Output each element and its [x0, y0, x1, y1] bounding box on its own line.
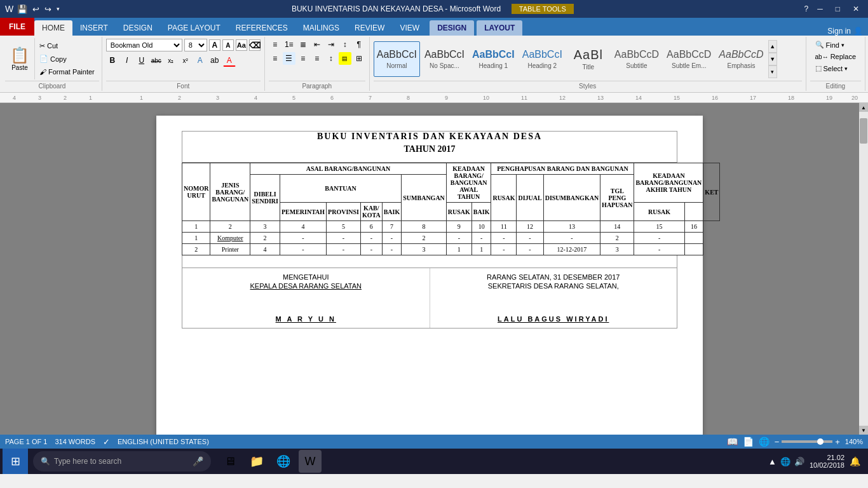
- redo-icon[interactable]: ↪: [43, 4, 53, 14]
- multilevel-button[interactable]: ≣: [297, 38, 309, 51]
- zoom-in-button[interactable]: +: [835, 437, 840, 447]
- tab-table-design[interactable]: DESIGN: [430, 20, 474, 36]
- tab-mailings[interactable]: MAILINGS: [295, 20, 347, 36]
- tab-home[interactable]: HOME: [34, 20, 72, 36]
- format-painter-button[interactable]: 🖌 Format Painter: [37, 67, 97, 76]
- scroll-thumb[interactable]: [860, 118, 867, 144]
- close-button[interactable]: ✕: [849, 4, 863, 13]
- vertical-scrollbar[interactable]: ▲ ▼: [859, 103, 868, 435]
- sign-in-link[interactable]: Sign in 👤: [827, 27, 868, 36]
- font-size-select[interactable]: 8: [184, 39, 207, 51]
- zoom-control: − + 140%: [775, 437, 863, 447]
- minimize-button[interactable]: ─: [813, 4, 827, 13]
- style-title-button[interactable]: AaBl Title: [567, 41, 610, 77]
- text-highlight-button[interactable]: ab: [208, 54, 221, 67]
- bullets-button[interactable]: ≡: [269, 38, 281, 51]
- status-bar: PAGE 1 OF 1 314 WORDS ✓ ENGLISH (UNITED …: [0, 435, 868, 449]
- tab-view[interactable]: VIEW: [392, 20, 427, 36]
- style-subtitle-button[interactable]: AaBbCcD Subtitle: [611, 41, 662, 77]
- tab-review[interactable]: REVIEW: [347, 20, 392, 36]
- document-main-area[interactable]: BUKU INVENTARIS DAN KEKAYAAN DESA TAHUN …: [0, 103, 859, 435]
- paragraph-group: ≡ 1≡ ≣ ⇤ ⇥ ↕ ¶ ≡ ☰ ≡ ≡ ↕ ▤ ⊞ Paragraph: [265, 37, 370, 91]
- font-color-button[interactable]: A: [223, 54, 236, 67]
- style-no-spacing-button[interactable]: AaBbCcI No Spac...: [421, 41, 468, 77]
- styles-group: AaBbCcI Normal AaBbCcI No Spac... AaBbCc…: [370, 37, 806, 91]
- font-family-select[interactable]: Bookman Old: [106, 39, 182, 51]
- styles-scroll-down[interactable]: ▼: [768, 53, 777, 65]
- cut-button[interactable]: ✂ Cut: [37, 41, 97, 51]
- font-shrink-button[interactable]: A: [222, 39, 234, 51]
- decrease-indent-button[interactable]: ⇤: [311, 38, 323, 51]
- task-view-button[interactable]: 🖥: [219, 450, 241, 473]
- chrome-button[interactable]: 🌐: [272, 450, 295, 473]
- justify-button[interactable]: ≡: [311, 52, 323, 65]
- bold-button[interactable]: B: [106, 54, 119, 67]
- subscript-button[interactable]: x₂: [165, 54, 177, 67]
- align-center-button[interactable]: ☰: [283, 52, 295, 65]
- spell-check-icon[interactable]: ✓: [103, 437, 110, 447]
- style-emphasis-button[interactable]: AaBbCcD Emphasis: [715, 41, 766, 77]
- numbering-button[interactable]: 1≡: [283, 38, 295, 51]
- style-normal-button[interactable]: AaBbCcI Normal: [374, 41, 420, 77]
- font-grow-button[interactable]: A: [209, 39, 220, 51]
- tab-page-layout[interactable]: PAGE LAYOUT: [160, 20, 228, 36]
- styles-more[interactable]: ▾: [768, 65, 777, 78]
- zoom-out-button[interactable]: −: [775, 437, 780, 447]
- zoom-slider[interactable]: [782, 440, 832, 443]
- tab-layout[interactable]: LAYOUT: [477, 20, 522, 36]
- change-case-button[interactable]: Aa: [236, 39, 247, 51]
- start-button[interactable]: ⊞: [3, 449, 28, 474]
- undo-icon[interactable]: ↩: [31, 4, 41, 14]
- increase-indent-button[interactable]: ⇥: [325, 38, 337, 51]
- styles-scroll-up[interactable]: ▲: [768, 40, 777, 53]
- scroll-track[interactable]: [859, 112, 868, 426]
- taskbar-search[interactable]: 🔍 Type here to search 🎤: [33, 451, 211, 471]
- style-heading1-button[interactable]: AaBbCcI Heading 1: [469, 41, 518, 77]
- read-mode-icon[interactable]: 📖: [727, 437, 738, 447]
- microphone-icon[interactable]: 🎤: [193, 456, 203, 466]
- italic-button[interactable]: I: [121, 54, 133, 67]
- align-right-button[interactable]: ≡: [297, 52, 309, 65]
- select-button[interactable]: ⬚ Select ▾: [813, 63, 858, 74]
- scroll-down-button[interactable]: ▼: [859, 426, 868, 435]
- col-provinsi: PROVINSI: [327, 203, 361, 221]
- notification-icon[interactable]: 🔔: [850, 456, 860, 466]
- network-icon[interactable]: 🌐: [780, 457, 790, 466]
- paste-button[interactable]: 📋 Paste: [5, 38, 35, 79]
- print-layout-icon[interactable]: 📄: [743, 437, 754, 447]
- zoom-level[interactable]: 140%: [845, 438, 863, 445]
- shading-button[interactable]: ▤: [339, 52, 351, 65]
- qa-dropdown-icon[interactable]: ▾: [55, 6, 61, 12]
- clear-format-button[interactable]: ⌫: [249, 39, 261, 51]
- style-heading2-button[interactable]: AaBbCcI Heading 2: [519, 41, 566, 77]
- tab-design[interactable]: DESIGN: [116, 20, 160, 36]
- tab-references[interactable]: REFERENCES: [228, 20, 295, 36]
- tab-insert[interactable]: INSERT: [72, 20, 116, 36]
- taskbar-clock[interactable]: 21.02 10/02/2018: [810, 454, 844, 469]
- show-formatting-button[interactable]: ¶: [353, 38, 365, 51]
- replace-button[interactable]: ab↔ Replace: [813, 51, 858, 62]
- borders-button[interactable]: ⊞: [353, 52, 365, 65]
- file-explorer-button[interactable]: 📁: [245, 450, 268, 473]
- quick-save-icon[interactable]: 💾: [16, 4, 29, 14]
- web-layout-icon[interactable]: 🌐: [759, 437, 770, 447]
- help-button[interactable]: ?: [804, 4, 809, 13]
- copy-button[interactable]: 📄 Copy: [37, 54, 97, 64]
- volume-icon[interactable]: 🔊: [794, 457, 804, 466]
- tab-file[interactable]: FILE: [0, 18, 34, 36]
- sort-button[interactable]: ↕: [339, 38, 351, 51]
- underline-button[interactable]: U: [135, 54, 148, 67]
- strikethrough-button[interactable]: abc: [150, 54, 163, 67]
- align-left-button[interactable]: ≡: [269, 52, 281, 65]
- scroll-up-button[interactable]: ▲: [859, 103, 868, 112]
- tray-up-arrow[interactable]: ▲: [768, 457, 776, 466]
- language-info[interactable]: ENGLISH (UNITED STATES): [118, 438, 209, 445]
- superscript-button[interactable]: x²: [179, 54, 192, 67]
- text-effects-button[interactable]: A: [194, 54, 207, 67]
- sig-left-title: KEPALA DESA RARANG SELATAN: [187, 282, 424, 290]
- style-subtle-em-button[interactable]: AaBbCcD Subtle Em...: [663, 41, 714, 77]
- word-taskbar-button[interactable]: W: [299, 450, 322, 473]
- line-spacing-button[interactable]: ↕: [325, 52, 337, 65]
- restore-button[interactable]: □: [832, 4, 844, 13]
- find-button[interactable]: 🔍 Find ▾: [813, 39, 858, 50]
